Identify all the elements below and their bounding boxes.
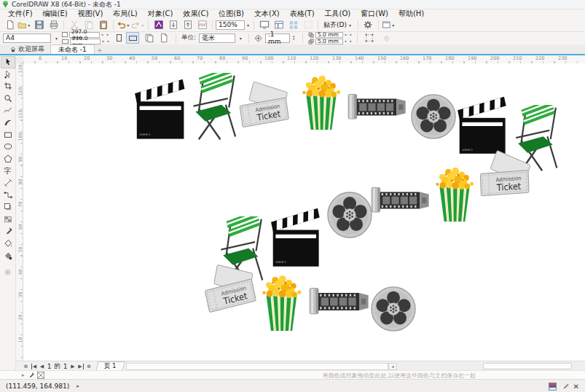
- zoom-level-combo[interactable]: 150%▾: [216, 20, 251, 30]
- clipart-popcorn[interactable]: [259, 270, 305, 332]
- portrait-button[interactable]: [112, 32, 125, 44]
- clipart-reel[interactable]: [370, 286, 417, 332]
- clipart-clapperboard[interactable]: [270, 206, 324, 270]
- artistic-media-tool[interactable]: [1, 117, 15, 129]
- first-page-button[interactable]: ◀: [30, 362, 38, 370]
- clipart-popcorn[interactable]: [432, 162, 477, 223]
- previous-page-button[interactable]: ◀: [38, 362, 46, 370]
- duplicate-x-field[interactable]: 5.0 mm: [315, 32, 343, 38]
- menu-file[interactable]: 文件(F): [3, 9, 38, 19]
- clipart-ticket[interactable]: [237, 80, 294, 131]
- menu-layout[interactable]: 布局(L): [108, 9, 142, 19]
- chevron-down-icon[interactable]: ▾: [238, 36, 243, 41]
- menu-view[interactable]: 视图(V): [73, 9, 109, 19]
- color-eyedropper-tool[interactable]: [1, 225, 15, 238]
- drop-shadow-tool[interactable]: [1, 201, 15, 213]
- proof-colors-button[interactable]: [301, 19, 315, 31]
- no-color-swatch[interactable]: [37, 372, 44, 379]
- application-launcher-dropdown[interactable]: ▾: [382, 19, 396, 31]
- menu-table[interactable]: 表格(T): [285, 9, 320, 19]
- toolbox-more-button[interactable]: ⊕: [1, 266, 15, 278]
- palette-flyout-arrow[interactable]: ▸: [22, 372, 25, 378]
- menu-text[interactable]: 文本(X): [249, 9, 285, 19]
- page-size-combo[interactable]: A4: [3, 34, 51, 43]
- page-height-field[interactable]: 210.0 mm: [70, 39, 101, 44]
- freehand-tool[interactable]: [1, 104, 15, 117]
- tab-strip-scroll-button[interactable]: ◂: [388, 363, 397, 370]
- open-button[interactable]: ▾: [17, 19, 31, 31]
- tab-welcome-screen[interactable]: 欢迎屏幕: [4, 44, 50, 54]
- propbar-more-button[interactable]: ⊕: [380, 32, 393, 44]
- connector-tool[interactable]: [1, 189, 15, 202]
- clipart-filmstrip[interactable]: [370, 184, 430, 217]
- shape-tool[interactable]: [1, 68, 15, 81]
- chevron-down-icon[interactable]: ▾: [246, 23, 251, 28]
- publish-pdf-button[interactable]: [195, 19, 209, 31]
- redo-button[interactable]: ▾: [131, 19, 145, 31]
- clipart-filmstrip[interactable]: [347, 90, 407, 124]
- menu-edit[interactable]: 编辑(E): [38, 9, 73, 19]
- search-content-button[interactable]: [152, 19, 165, 31]
- clipart-ticket[interactable]: [475, 147, 538, 205]
- ellipse-tool[interactable]: [1, 141, 15, 153]
- new-document-button[interactable]: [3, 19, 17, 31]
- transparency-tool[interactable]: [1, 213, 15, 226]
- page-tab-strip[interactable]: [126, 363, 388, 370]
- dup-x-stepper[interactable]: ◂▸: [345, 32, 352, 38]
- chevron-down-icon[interactable]: ▾: [27, 23, 31, 28]
- horizontal-scrollbar[interactable]: [397, 362, 585, 370]
- tab-document[interactable]: 未命名 -1: [50, 44, 95, 54]
- menu-window[interactable]: 窗口(W): [356, 9, 393, 19]
- add-page-button[interactable]: ⊕: [22, 362, 30, 370]
- clipart-popcorn[interactable]: [299, 70, 344, 131]
- import-button[interactable]: [166, 19, 180, 31]
- full-screen-preview-button[interactable]: [257, 19, 271, 31]
- current-page-button[interactable]: [157, 32, 170, 44]
- new-tab-button[interactable]: +: [95, 47, 105, 54]
- height-stepper[interactable]: ◂▸: [102, 39, 109, 44]
- status-flyout-arrow[interactable]: ▸: [76, 383, 79, 389]
- outline-pen-icon[interactable]: [561, 383, 569, 391]
- clipart-clapperboard[interactable]: [134, 77, 189, 143]
- drawing-canvas[interactable]: [23, 63, 585, 361]
- crop-tool[interactable]: [1, 80, 15, 93]
- next-page-button[interactable]: ▶: [68, 362, 76, 370]
- chevron-down-icon[interactable]: ▾: [391, 23, 396, 28]
- chevron-down-icon[interactable]: ▾: [141, 23, 145, 28]
- treat-as-filled-button[interactable]: [363, 32, 377, 44]
- options-button[interactable]: [361, 19, 375, 31]
- view-grid-button[interactable]: [286, 19, 300, 31]
- units-combo[interactable]: 毫米: [199, 34, 235, 43]
- chevron-down-icon[interactable]: ▾: [54, 36, 59, 41]
- zoom-tool[interactable]: [1, 93, 15, 105]
- last-page-button[interactable]: ▶: [76, 362, 85, 370]
- nudge-stepper[interactable]: ▴▾: [293, 35, 297, 41]
- smart-fill-tool[interactable]: [1, 250, 15, 262]
- clipart-ticket[interactable]: [201, 260, 263, 316]
- palette-eyedropper-icon[interactable]: [28, 372, 34, 379]
- view-layout-button[interactable]: [272, 19, 286, 31]
- snap-dropdown[interactable]: 贴齐(D)▾: [321, 20, 355, 30]
- polygon-tool[interactable]: [1, 153, 15, 165]
- all-pages-button[interactable]: [142, 32, 156, 44]
- horizontal-scrollbar-thumb[interactable]: [483, 363, 572, 369]
- clipart-reel[interactable]: [326, 191, 373, 239]
- chevron-down-icon[interactable]: ▾: [348, 23, 353, 28]
- outline-none-indicator[interactable]: ✕: [573, 383, 579, 391]
- vertical-ruler[interactable]: 130120110100908070605040302010: [16, 63, 23, 361]
- menu-object[interactable]: 对象(C): [143, 9, 178, 19]
- menu-bitmaps[interactable]: 位图(B): [213, 9, 249, 19]
- menu-help[interactable]: 帮助(H): [393, 9, 429, 19]
- print-button[interactable]: [47, 19, 60, 31]
- landscape-button[interactable]: [126, 32, 139, 44]
- undo-button[interactable]: ▾: [117, 19, 130, 31]
- pick-tool[interactable]: [1, 56, 15, 68]
- nudge-field[interactable]: .1 mm: [265, 34, 290, 43]
- add-page-button-right[interactable]: ⊕: [85, 362, 93, 370]
- width-stepper[interactable]: ◂▸: [101, 32, 109, 38]
- duplicate-y-field[interactable]: 5.0 mm: [315, 39, 343, 44]
- clipart-filmstrip[interactable]: [308, 284, 369, 319]
- paste-button[interactable]: [96, 19, 110, 31]
- interactive-fill-tool[interactable]: [1, 238, 15, 250]
- export-button[interactable]: [181, 19, 195, 31]
